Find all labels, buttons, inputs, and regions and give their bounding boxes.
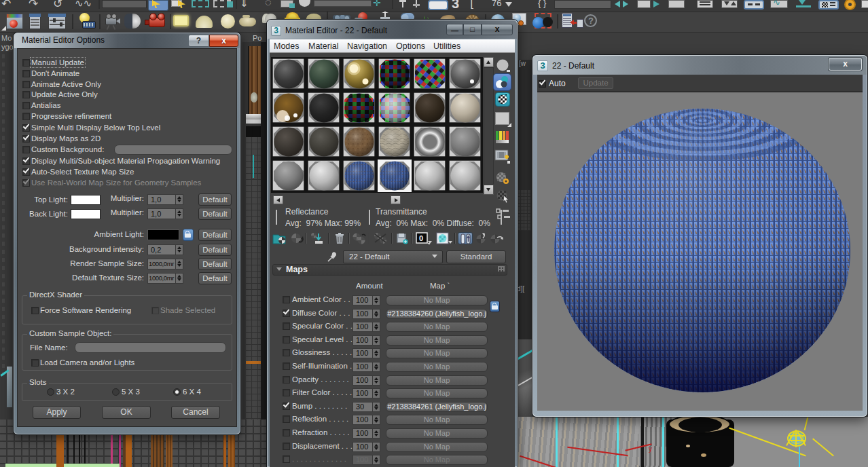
svg-text:0: 0 bbox=[419, 234, 423, 242]
